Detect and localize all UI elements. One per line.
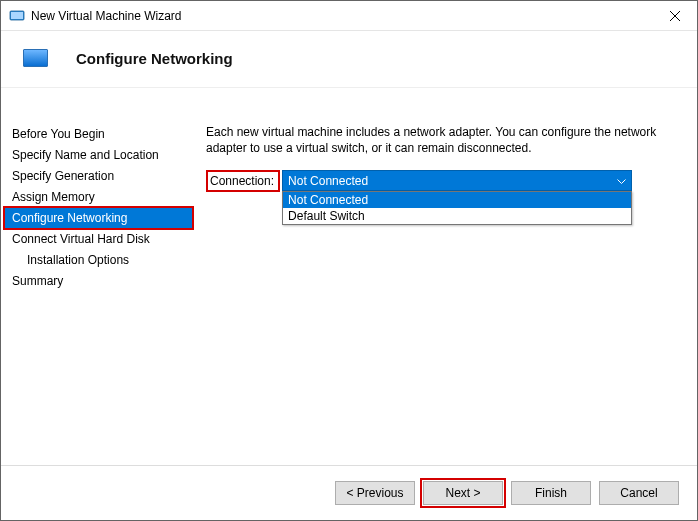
connection-option[interactable]: Default Switch <box>283 208 631 224</box>
wizard-step[interactable]: Specify Generation <box>5 166 192 186</box>
wizard-step[interactable]: Before You Begin <box>5 124 192 144</box>
wizard-step[interactable]: Summary <box>5 271 192 291</box>
wizard-step[interactable]: Specify Name and Location <box>5 145 192 165</box>
connection-label: Connection: <box>206 170 280 192</box>
window-title: New Virtual Machine Wizard <box>31 9 652 23</box>
previous-button[interactable]: < Previous <box>335 481 415 505</box>
wizard-step[interactable]: Configure Networking <box>5 208 192 228</box>
connection-row: Connection: Not Connected Not ConnectedD… <box>206 170 677 192</box>
wizard-step[interactable]: Assign Memory <box>5 187 192 207</box>
wizard-step[interactable]: Installation Options <box>5 250 192 270</box>
titlebar: New Virtual Machine Wizard <box>1 1 697 31</box>
svg-rect-1 <box>11 12 23 19</box>
app-icon <box>9 8 25 24</box>
next-button[interactable]: Next > <box>423 481 503 505</box>
wizard-icon <box>23 49 48 67</box>
body: Before You BeginSpecify Name and Locatio… <box>1 96 697 465</box>
cancel-button[interactable]: Cancel <box>599 481 679 505</box>
finish-button[interactable]: Finish <box>511 481 591 505</box>
close-button[interactable] <box>652 1 697 30</box>
page-title: Configure Networking <box>76 50 233 67</box>
connection-select-value: Not Connected <box>288 174 368 188</box>
content-area: Each new virtual machine includes a netw… <box>196 96 697 465</box>
connection-select[interactable]: Not Connected <box>282 170 632 191</box>
wizard-step[interactable]: Connect Virtual Hard Disk <box>5 229 192 249</box>
close-icon <box>670 11 680 21</box>
wizard-steps-sidebar: Before You BeginSpecify Name and Locatio… <box>1 96 196 465</box>
footer: < Previous Next > Finish Cancel <box>1 465 697 520</box>
connection-field: Not Connected Not ConnectedDefault Switc… <box>282 170 632 191</box>
page-header: Configure Networking <box>1 31 697 88</box>
description-text: Each new virtual machine includes a netw… <box>206 124 676 156</box>
connection-dropdown: Not ConnectedDefault Switch <box>282 191 632 225</box>
chevron-down-icon <box>617 174 626 188</box>
connection-option[interactable]: Not Connected <box>283 192 631 208</box>
